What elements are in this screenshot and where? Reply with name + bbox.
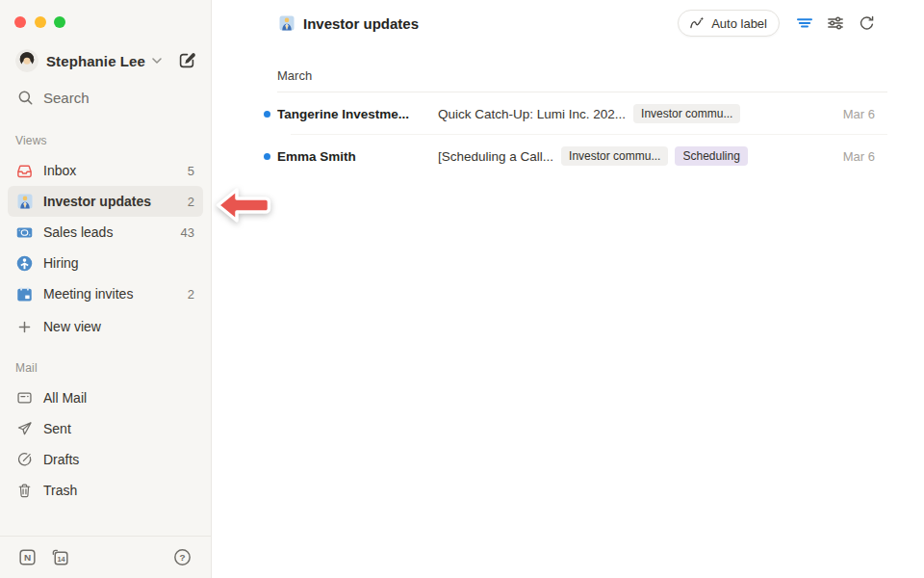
sidebar-footer: N 14 ? [0,536,211,578]
view-header: Investor updates Auto label [279,10,877,37]
sidebar-item-label: Hiring [43,255,79,271]
pencil-circle-icon [16,452,33,468]
sidebar-item-label: Inbox [43,163,76,178]
notion-logo-icon[interactable]: N [17,547,38,567]
email-list: March Tangerine Investme... Quick Catch-… [277,60,887,177]
sidebar-item-label: Sales leads [43,224,113,240]
email-subject: [Scheduling a Call... [438,149,553,164]
sidebar-item-sales-leads[interactable]: Sales leads 43 [8,217,203,248]
unread-count-badge: 2 [188,195,194,209]
chevron-down-icon[interactable] [152,58,162,64]
date-group-header: March [277,60,887,92]
close-window-button[interactable] [14,16,26,28]
sidebar-item-label: Meeting invites [43,286,133,302]
investor-person-icon [16,194,33,210]
label-tag[interactable]: Investor commu... [561,146,668,166]
sidebar-item-label: Investor updates [43,194,151,209]
unread-count-badge: 2 [188,287,194,302]
all-mail-icon [16,390,33,407]
unread-dot [264,111,270,118]
email-row[interactable]: Tangerine Investme... Quick Catch-Up: Lu… [277,92,887,135]
date-group-label: March [277,68,312,83]
email-sender: Tangerine Investme... [277,107,438,121]
sidebar: Stephanie Lee Search Views [0,0,212,578]
sidebar-item-sent[interactable]: Sent [8,413,203,444]
investor-person-icon [279,15,295,31]
svg-text:14: 14 [57,555,65,564]
refresh-icon [858,14,876,33]
display-settings-button[interactable] [825,13,846,34]
filter-button[interactable] [794,13,815,34]
email-tags: Investor commu... Scheduling [561,146,748,166]
minimize-window-button[interactable] [35,16,46,28]
email-sender: Emma Smith [277,149,438,164]
header-actions: Auto label [678,10,877,37]
unread-dot [264,153,270,160]
avatar[interactable] [15,49,38,72]
compose-button[interactable] [174,48,199,73]
window-controls [14,16,65,28]
label-tag[interactable]: Investor commu... [633,104,740,123]
unread-count-badge: 5 [188,164,194,178]
sidebar-item-hiring[interactable]: Hiring [8,248,203,278]
sliders-icon [826,13,845,33]
main-panel: Investor updates Auto label [213,0,924,578]
sidebar-item-label: Drafts [43,452,79,467]
mail-section-label: Mail [15,361,38,375]
new-view-button[interactable]: New view [8,311,203,342]
sidebar-item-all-mail[interactable]: All Mail [8,382,203,413]
svg-text:?: ? [179,552,185,563]
sidebar-item-trash[interactable]: Trash [8,475,203,506]
dollar-bill-icon [16,224,33,241]
inbox-icon [16,163,33,179]
sidebar-item-investor-updates[interactable]: Investor updates 2 [8,186,203,217]
auto-label-wand-icon [688,14,706,32]
mail-app-window: Stephanie Lee Search Views [0,0,924,578]
search-button[interactable]: Search [17,86,90,109]
trash-icon [16,483,33,499]
help-icon[interactable]: ? [172,547,192,567]
email-tags: Investor commu... [633,104,740,123]
compose-icon [177,51,196,70]
plus-icon [16,319,33,335]
mail-nav: All Mail Sent Drafts [8,382,203,506]
sidebar-item-label: Sent [43,421,71,436]
search-label: Search [43,90,90,106]
auto-label-button[interactable]: Auto label [678,10,780,37]
sidebar-item-label: All Mail [43,390,87,406]
page-title: Investor updates [303,15,419,32]
person-circle-icon [16,255,33,272]
label-tag[interactable]: Scheduling [675,146,747,166]
email-row[interactable]: Emma Smith [Scheduling a Call... Investo… [277,135,887,177]
email-date: Mar 6 [843,107,887,121]
svg-text:N: N [24,552,31,563]
views-nav: Inbox 5 Investor updates 2 [8,155,203,342]
search-icon [17,90,34,106]
profile-row: Stephanie Lee [15,48,199,73]
calendar-icon [16,286,33,302]
auto-label-button-label: Auto label [711,16,767,31]
paper-plane-icon [16,421,33,437]
sidebar-item-inbox[interactable]: Inbox 5 [8,155,203,186]
sidebar-item-drafts[interactable]: Drafts [8,444,203,475]
unread-count-badge: 43 [181,225,194,240]
calendar-app-icon[interactable]: 14 [50,547,70,567]
email-date: Mar 6 [843,149,887,164]
sidebar-item-label: Trash [43,483,77,498]
zoom-window-button[interactable] [54,16,65,28]
profile-name[interactable]: Stephanie Lee [46,53,145,69]
filter-lines-icon [795,13,814,33]
sidebar-item-meeting-invites[interactable]: Meeting invites 2 [8,278,203,309]
refresh-button[interactable] [856,13,877,34]
new-view-label: New view [43,319,101,334]
email-subject: Quick Catch-Up: Lumi Inc. 202... [438,107,626,121]
views-section-label: Views [15,134,47,147]
